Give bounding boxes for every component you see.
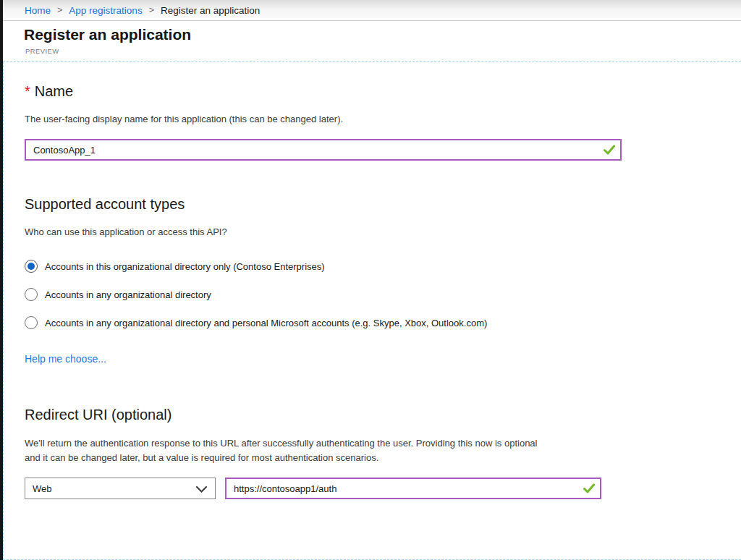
redirect-uri-heading: Redirect URI (optional) — [25, 407, 172, 423]
radio-option-multi-tenant-personal[interactable]: Accounts in any organizational directory… — [25, 315, 487, 330]
radio-option-multi-tenant[interactable]: Accounts in any organizational directory — [25, 287, 487, 302]
platform-selected-value: Web — [33, 483, 52, 494]
page-header: Register an application PREVIEW — [3, 22, 741, 61]
redirect-description-line2: and it can be changed later, but a value… — [25, 451, 537, 465]
radio-button-icon[interactable] — [25, 288, 38, 301]
name-description: The user-facing display name for this ap… — [25, 114, 343, 124]
preview-badge: PREVIEW — [25, 47, 59, 55]
radio-option-label: Accounts in any organizational directory… — [45, 318, 487, 328]
required-asterisk: * — [25, 83, 30, 99]
valid-checkmark-icon — [604, 145, 615, 155]
account-types-heading: Supported account types — [25, 196, 185, 213]
radio-option-single-tenant[interactable]: Accounts in this organizational director… — [25, 259, 487, 273]
help-me-choose-link[interactable]: Help me choose... — [25, 353, 106, 365]
breadcrumb: Home > App registrations > Register an a… — [3, 0, 741, 21]
breadcrumb-link-home[interactable]: Home — [25, 5, 51, 16]
breadcrumb-separator-icon: > — [57, 5, 62, 15]
radio-option-label: Accounts in this organizational director… — [45, 261, 325, 272]
valid-checkmark-icon — [583, 483, 595, 493]
breadcrumb-current-page: Register an application — [161, 5, 260, 16]
name-section-heading: *Name — [25, 83, 73, 100]
radio-button-icon[interactable] — [25, 316, 38, 329]
account-types-radio-group: Accounts in this organizational director… — [25, 259, 487, 344]
account-types-question: Who can use this application or access t… — [25, 226, 227, 237]
app-name-field-container — [25, 139, 622, 161]
page-title: Register an application — [24, 26, 191, 43]
redirect-uri-field-container — [225, 478, 601, 499]
redirect-uri-description: We'll return the authentication response… — [25, 436, 537, 465]
radio-option-label: Accounts in any organizational directory — [45, 289, 211, 300]
name-heading-text: Name — [35, 83, 73, 99]
breadcrumb-link-app-registrations[interactable]: App registrations — [69, 5, 142, 16]
redirect-uri-input[interactable] — [225, 478, 601, 499]
redirect-platform-select[interactable]: Web — [25, 478, 216, 499]
register-application-blade: *Name The user-facing display name for t… — [3, 61, 741, 560]
chevron-down-icon — [196, 486, 207, 493]
breadcrumb-separator-icon: > — [149, 5, 154, 15]
app-name-input[interactable] — [25, 139, 622, 161]
radio-button-icon[interactable] — [25, 260, 38, 273]
redirect-description-line1: We'll return the authentication response… — [25, 436, 537, 451]
